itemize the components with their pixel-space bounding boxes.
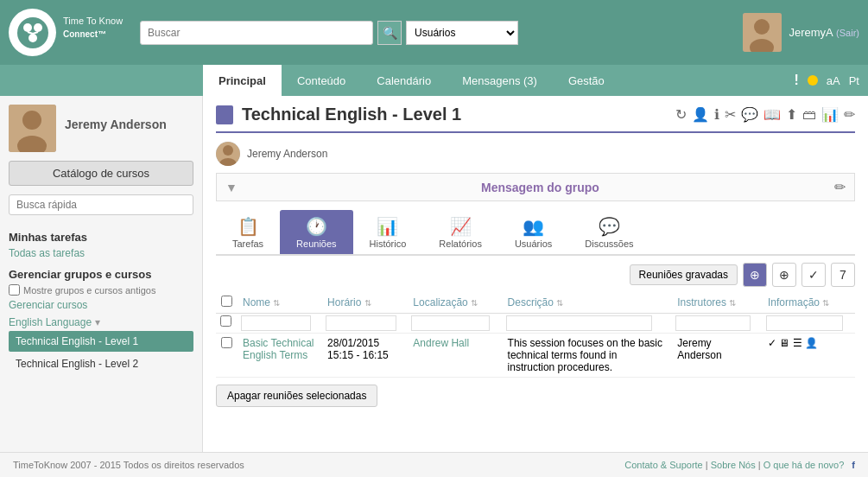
meetings-recorded-button[interactable]: Reuniões gravadas <box>630 264 738 285</box>
nav-mensagens[interactable]: Mensagens (3) <box>447 65 553 96</box>
logo-connect: Connect™ <box>63 26 123 50</box>
user-avatar-header <box>743 13 782 52</box>
header: Time To Know Connect™ 🔍 Usuários JeremyA… <box>0 0 868 65</box>
table-row: Basic Technical English Terms 28/01/2015… <box>216 334 855 378</box>
svg-point-7 <box>754 19 770 35</box>
menu-icon[interactable]: ☰ <box>793 337 802 349</box>
font-size-control[interactable]: aA <box>827 74 840 87</box>
tab-reunioes-label: Reuniões <box>296 238 336 249</box>
tab-tarefas[interactable]: 📋 Tarefas <box>216 210 280 254</box>
author-row: Jeremy Anderson <box>216 142 855 166</box>
upload-icon[interactable]: ⬆ <box>786 106 797 123</box>
chat-icon[interactable]: 💬 <box>741 106 758 123</box>
tab-historico[interactable]: 📊 Histórico <box>353 210 423 254</box>
tab-usuarios[interactable]: 👥 Usuários <box>498 210 568 254</box>
monitor-icon[interactable]: 🖥 <box>779 337 789 349</box>
calendar-icon-btn[interactable]: 7 <box>831 263 855 287</box>
svg-point-13 <box>223 145 233 156</box>
filter-location-cell <box>408 314 502 334</box>
th-checkbox <box>216 292 238 314</box>
filter-checkbox[interactable] <box>219 315 232 327</box>
author-avatar-icon <box>216 142 240 166</box>
cut-icon[interactable]: ✂ <box>725 106 736 123</box>
row-checkbox[interactable] <box>221 337 232 348</box>
th-instrutores[interactable]: Instrutores ⇅ <box>672 292 763 314</box>
tarefas-icon: 📋 <box>238 216 259 237</box>
catalog-button[interactable]: Catálogo de cursos <box>9 161 193 186</box>
logo-area: Time To Know Connect™ <box>9 9 123 56</box>
nav-principal[interactable]: Principal <box>203 65 282 96</box>
th-localizacao[interactable]: Localização ⇅ <box>408 292 502 314</box>
course-header: Technical English - Level 1 ↻ 👤 ℹ ✂ 💬 📖 … <box>216 105 855 133</box>
show-old-checkbox-label: Mostre grupos e cursos antigos <box>9 284 193 296</box>
filter-schedule-input[interactable] <box>326 315 396 331</box>
user-sair[interactable]: (Sair) <box>836 28 859 38</box>
manage-courses-link[interactable]: Gerenciar cursos <box>9 299 193 311</box>
sidebar-course-technical-l1[interactable]: Technical English - Level 1 <box>9 331 193 352</box>
refresh-icon[interactable]: ↻ <box>675 106 687 123</box>
show-old-checkbox[interactable] <box>9 284 20 296</box>
tab-historico-label: Histórico <box>370 238 407 249</box>
search-button[interactable]: 🔍 <box>377 21 402 45</box>
chart-icon[interactable]: 📊 <box>821 106 839 123</box>
filter-desc-input[interactable] <box>506 315 653 331</box>
tab-reunioes[interactable]: 🕐 Reuniões <box>280 210 352 254</box>
discussoes-icon: 💬 <box>599 216 620 237</box>
filter-info-input[interactable] <box>766 315 843 331</box>
about-link[interactable]: Sobre Nós <box>711 460 756 470</box>
course-icon <box>216 105 233 124</box>
filter-name-input[interactable] <box>241 315 311 331</box>
group-message-text: Mensagem do grupo <box>246 181 834 194</box>
row-name-cell: Basic Technical English Terms <box>238 334 322 378</box>
meeting-link[interactable]: Basic Technical English Terms <box>243 337 314 361</box>
box-icon[interactable]: 🗃 <box>802 107 816 123</box>
checkmark-icon-btn[interactable]: ✓ <box>801 263 826 287</box>
course-group[interactable]: English Language ▾ <box>9 316 193 328</box>
filter-checkbox-cell <box>216 314 238 334</box>
tab-relatorios[interactable]: 📈 Relatórios <box>422 210 498 254</box>
book-icon[interactable]: 📖 <box>763 106 781 123</box>
add-meeting-icon-btn[interactable]: ⊕ <box>743 263 767 287</box>
person-icon[interactable]: 👤 <box>805 337 818 349</box>
th-nome[interactable]: Nome ⇅ <box>238 292 322 314</box>
all-tasks-link[interactable]: Todas as tarefas <box>9 247 193 259</box>
sidebar-course-technical-l2[interactable]: Technical English - Level 2 <box>9 353 193 374</box>
filter-desc-cell <box>503 314 673 334</box>
group-message-edit-icon[interactable]: ✏ <box>834 179 846 195</box>
expand-arrow-icon[interactable]: ▼ <box>225 181 238 194</box>
whats-new-link[interactable]: O que há de novo? <box>763 460 845 470</box>
users-dropdown[interactable]: Usuários <box>406 21 518 45</box>
info-icon[interactable]: ℹ <box>714 106 719 123</box>
delete-selected-button[interactable]: Apagar reuniões selecionadas <box>216 385 377 407</box>
language-selector[interactable]: Pt <box>849 74 859 87</box>
row-schedule-cell: 28/01/2015 15:15 - 16:15 <box>322 334 408 378</box>
filter-name-cell <box>238 314 322 334</box>
table-filter-row <box>216 314 855 334</box>
footer-links: Contato & Suporte | Sobre Nós | O que há… <box>624 460 855 470</box>
filter-instructors-input[interactable] <box>675 315 751 331</box>
tab-discussoes-label: Discussões <box>585 238 633 249</box>
add-circle-icon-btn[interactable]: ⊕ <box>772 263 796 287</box>
nav-calendario[interactable]: Calendário <box>361 65 447 96</box>
nav-gestao[interactable]: Gestão <box>553 65 620 96</box>
table-header-row: Nome ⇅ Horário ⇅ Localização ⇅ Descrição… <box>216 292 855 314</box>
footer-fb-icon[interactable]: f <box>852 460 855 470</box>
tab-relatorios-label: Relatórios <box>439 238 482 249</box>
nav-conteudo[interactable]: Conteúdo <box>282 65 361 96</box>
quick-search-input[interactable] <box>9 194 193 215</box>
edit-icon[interactable]: ✏ <box>844 106 855 123</box>
select-all-checkbox[interactable] <box>221 296 232 307</box>
contact-link[interactable]: Contato & Suporte <box>624 460 703 470</box>
th-informacao[interactable]: Informação ⇅ <box>763 292 855 314</box>
row-info-cell: ✓ 🖥 ☰ 👤 <box>763 334 855 378</box>
th-horario[interactable]: Horário ⇅ <box>322 292 408 314</box>
filter-location-input[interactable] <box>411 315 490 331</box>
user-add-icon[interactable]: 👤 <box>692 106 709 123</box>
svg-point-2 <box>34 23 42 32</box>
historico-icon: 📊 <box>377 216 398 237</box>
tab-discussoes[interactable]: 💬 Discussões <box>568 210 649 254</box>
main: Jeremy Anderson Catálogo de cursos Minha… <box>0 96 868 477</box>
th-descricao[interactable]: Descrição ⇅ <box>503 292 673 314</box>
search-input[interactable] <box>140 21 373 45</box>
group-message-bar: ▼ Mensagem do grupo ✏ <box>216 173 855 201</box>
